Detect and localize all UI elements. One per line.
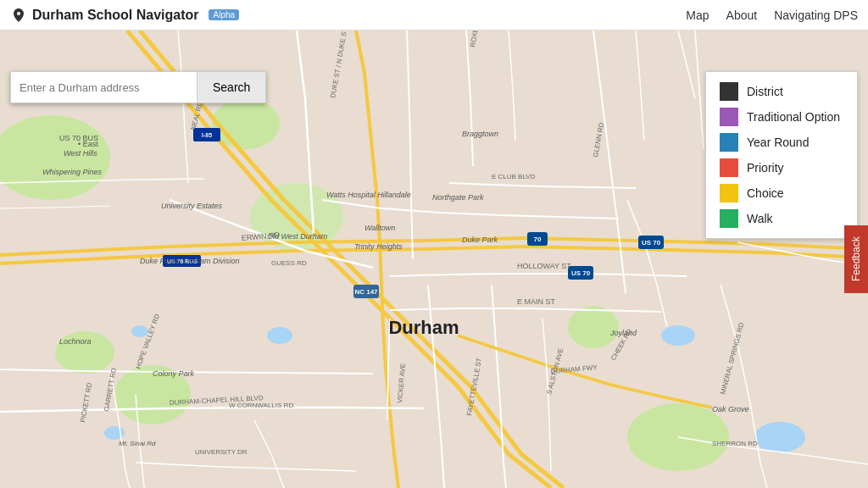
svg-text:SHERRON RD: SHERRON RD [712,440,758,447]
svg-text:US 70: US 70 [642,239,661,247]
legend-label-traditional: Traditional Option [747,110,840,124]
legend-item-priority: Priority [720,158,843,177]
svg-text:UNIVERSITY DR: UNIVERSITY DR [195,448,248,456]
location-pin-icon [10,7,27,24]
app-title: Durham School Navigator [32,8,198,23]
svg-rect-70 [720,108,738,126]
svg-rect-73 [720,184,738,202]
svg-text:E CLUB BLVD: E CLUB BLVD [492,173,536,180]
svg-text:NC 147: NC 147 [354,288,378,296]
svg-text:Duke Forest Durham Division: Duke Forest Durham Division [140,257,240,265]
header: Durham School Navigator Alpha Map About … [0,0,868,30]
svg-point-10 [661,325,695,346]
legend-item-choice: Choice [720,184,843,202]
svg-text:University Estates: University Estates [161,202,223,210]
nav-about[interactable]: About [726,8,758,22]
legend-item-traditional: Traditional Option [720,108,843,126]
search-button[interactable]: Search [197,71,266,103]
legend: District Traditional Option Year Round P… [705,71,858,239]
header-nav: Map About Navigating DPS [686,8,858,22]
district-icon [720,82,738,101]
svg-rect-74 [720,209,738,228]
svg-text:70: 70 [534,236,542,243]
legend-label-yearround: Year Round [747,136,809,149]
svg-text:Whispering Pines: Whispering Pines [42,168,103,176]
alpha-badge: Alpha [209,9,239,20]
nav-map[interactable]: Map [686,8,709,22]
svg-point-5 [568,306,619,348]
walk-icon [720,209,738,228]
legend-label-choice: Choice [747,186,784,200]
svg-point-11 [754,422,805,452]
svg-text:Watts Hospital Hillandale: Watts Hospital Hillandale [326,191,411,199]
legend-item-walk: Walk [720,209,843,228]
traditional-icon [720,108,738,126]
svg-rect-72 [720,158,738,177]
feedback-button[interactable]: Feedback [844,225,868,293]
svg-text:GUESS RD: GUESS RD [271,259,307,267]
svg-text:E MAIN ST: E MAIN ST [517,297,556,306]
feedback-wrapper: Feedback [844,225,868,293]
svg-text:Mt. Sinai Rd: Mt. Sinai Rd [119,440,156,447]
svg-text:West Hills: West Hills [64,149,97,158]
priority-icon [720,158,738,177]
map-container[interactable]: 70 US 70 US 70 NC 147 I-85 US 76 BUS ERW… [0,30,868,488]
svg-rect-71 [720,133,738,152]
svg-text:Trinity Heights: Trinity Heights [354,242,403,251]
svg-text:Lochnora: Lochnora [59,337,92,346]
svg-text:Walltown: Walltown [364,224,395,232]
svg-text:Braggtown: Braggtown [462,130,498,138]
svg-text:Duke Park: Duke Park [462,236,498,244]
nav-navigating-dps[interactable]: Navigating DPS [774,8,858,22]
svg-text:Oak Grove: Oak Grove [712,405,749,413]
svg-text:Old West Durham: Old West Durham [267,232,328,241]
app-logo: Durham School Navigator Alpha [10,7,239,24]
svg-text:US 70 BUS: US 70 BUS [59,134,98,142]
svg-text:HOLLOWAY ST: HOLLOWAY ST [517,262,571,270]
search-input[interactable] [10,71,197,103]
svg-text:Northgate Park: Northgate Park [432,193,484,202]
svg-text:US 70: US 70 [571,269,591,277]
choice-icon [720,184,738,202]
svg-text:Joyland: Joyland [609,329,637,337]
svg-text:I-85: I-85 [202,132,212,138]
yearround-icon [720,133,738,152]
search-bar: Search [10,71,266,103]
legend-label-walk: Walk [747,212,773,225]
legend-label-priority: Priority [747,161,784,175]
legend-label-district: District [747,85,783,98]
svg-text:Durham: Durham [388,317,459,338]
legend-item-yearround: Year Round [720,133,843,152]
svg-text:Colony Park: Colony Park [153,369,195,378]
svg-point-9 [267,327,292,344]
svg-rect-69 [720,82,738,101]
legend-item-district: District [720,82,843,101]
